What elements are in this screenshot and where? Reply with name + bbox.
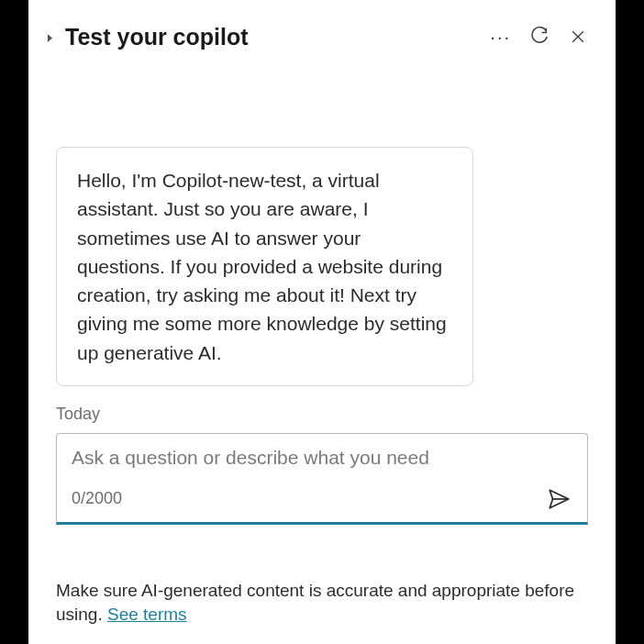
panel-title: Test your copilot: [65, 24, 490, 50]
char-counter: 0/2000: [72, 489, 122, 508]
chat-content: Hello, I'm Copilot-new-test, a virtual a…: [28, 147, 616, 562]
day-separator: Today: [56, 405, 588, 424]
header-actions: ···: [490, 27, 588, 48]
assistant-message: Hello, I'm Copilot-new-test, a virtual a…: [56, 147, 473, 386]
more-options-icon[interactable]: ···: [490, 27, 511, 48]
refresh-icon[interactable]: [529, 27, 550, 47]
chat-input[interactable]: [72, 447, 572, 469]
close-icon[interactable]: [568, 27, 588, 47]
copilot-test-panel: Test your copilot ··· Hello, I'm Copilot…: [28, 0, 616, 644]
input-footer: 0/2000: [72, 485, 572, 513]
collapse-caret-icon[interactable]: [47, 32, 58, 43]
send-button[interactable]: [545, 485, 572, 513]
chat-input-container: 0/2000: [56, 433, 588, 525]
panel-header: Test your copilot ···: [28, 18, 616, 55]
disclaimer-footer: Make sure AI-generated content is accura…: [28, 562, 616, 627]
assistant-message-text: Hello, I'm Copilot-new-test, a virtual a…: [77, 170, 447, 363]
see-terms-link[interactable]: See terms: [107, 605, 187, 624]
